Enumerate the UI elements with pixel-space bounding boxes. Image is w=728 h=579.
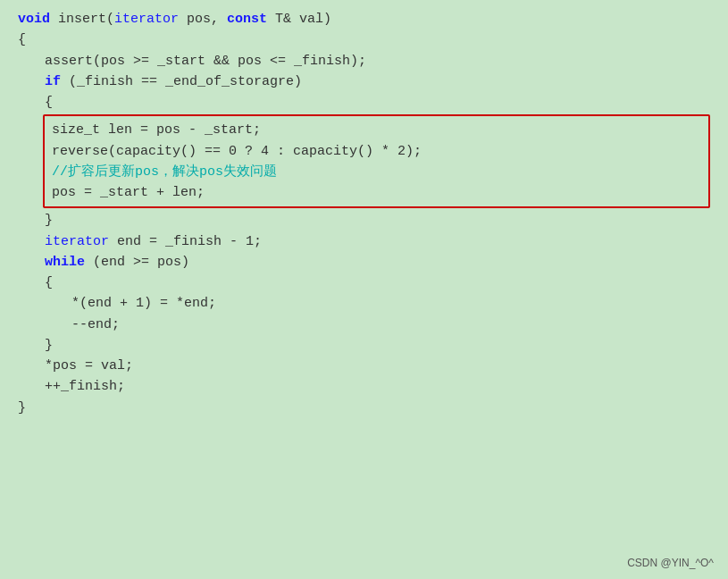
code-text: pos, (179, 9, 227, 29)
keyword-void: void (18, 9, 50, 29)
code-text: *(end + 1) = *end; (71, 293, 216, 314)
code-text: T& val) (267, 9, 331, 29)
code-text: assert(pos >= _start && pos <= _finish); (45, 51, 366, 71)
type-iterator: iterator (114, 9, 179, 29)
code-text: --end; (71, 315, 120, 335)
keyword-if: if (45, 71, 61, 92)
brace-close-outer: } (18, 398, 26, 418)
code-container: void insert(iterator pos, const T& val) … (0, 0, 728, 579)
keyword-const: const (227, 9, 267, 29)
code-text: (end >= pos) (85, 252, 189, 273)
type-iterator-2: iterator (45, 231, 109, 252)
brace-close-2: } (45, 335, 53, 356)
line-10: *(end + 1) = *end; (18, 293, 710, 314)
brace-close-1: } (45, 210, 53, 231)
line-12: } (18, 335, 710, 356)
line-7: iterator end = _finish - 1; (18, 231, 710, 252)
line-15: } (18, 398, 710, 418)
highlight-line-2: reverse(capacity() == 0 ? 4 : capacity()… (52, 141, 701, 162)
line-3: assert(pos >= _start && pos <= _finish); (18, 51, 710, 71)
code-text: insert( (50, 9, 114, 29)
line-1: void insert(iterator pos, const T& val) (18, 9, 710, 29)
highlight-line-3: //扩容后更新pos，解决pos失效问题 (52, 162, 701, 182)
line-14: ++_finish; (18, 376, 710, 397)
brace-open: { (18, 29, 26, 50)
line-4: if (_finish == _end_of_storagre) (18, 71, 710, 92)
highlight-box: size_t len = pos - _start; reverse(capac… (43, 114, 710, 208)
line-11: --end; (18, 315, 710, 335)
line-2: { (18, 29, 710, 50)
brace-open-3: { (45, 273, 53, 293)
code-text: end = _finish - 1; (109, 231, 262, 252)
line-8: while (end >= pos) (18, 252, 710, 273)
code-text: (_finish == _end_of_storagre) (61, 71, 302, 92)
code-text: ++_finish; (45, 376, 125, 397)
keyword-while: while (45, 252, 85, 273)
line-5: { (18, 92, 710, 113)
watermark: CSDN @YIN_^O^ (627, 555, 714, 572)
brace-open-2: { (45, 92, 53, 113)
highlight-line-4: pos = _start + len; (52, 182, 701, 203)
line-13: *pos = val; (18, 356, 710, 376)
line-9: { (18, 273, 710, 293)
code-block: void insert(iterator pos, const T& val) … (18, 9, 710, 418)
line-6: } (18, 210, 710, 231)
code-text: *pos = val; (45, 356, 133, 376)
highlight-line-1: size_t len = pos - _start; (52, 120, 701, 140)
